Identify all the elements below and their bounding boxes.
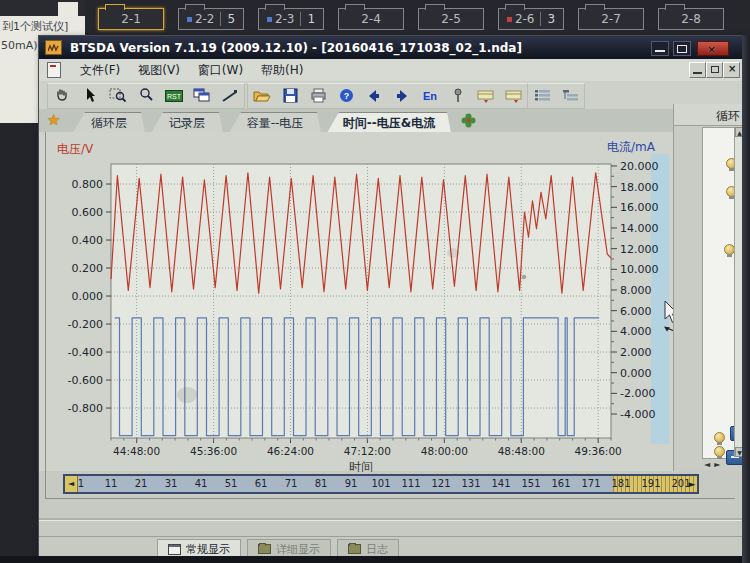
toolbar-tree-view-button[interactable] bbox=[556, 85, 584, 109]
screen-bezel-bottom bbox=[0, 556, 750, 563]
ruler-number: 151 bbox=[521, 478, 540, 489]
axis-highlight-band bbox=[651, 154, 669, 444]
tree-view-icon bbox=[562, 88, 579, 107]
svg-text:RST: RST bbox=[167, 93, 182, 100]
flower-icon[interactable] bbox=[461, 113, 476, 132]
background-text-2: 50mA)[V bbox=[0, 35, 38, 52]
y-right-tick-label: 14.000 bbox=[620, 222, 659, 235]
channel-tab-2-7[interactable]: 2-7 bbox=[578, 8, 644, 30]
toolbar-jump-back-button[interactable] bbox=[360, 85, 388, 109]
toolbar-save-file-button[interactable] bbox=[276, 85, 304, 109]
open-file-icon bbox=[253, 88, 271, 107]
ruler-number: 41 bbox=[195, 478, 208, 489]
title-bar[interactable]: BTSDA Version 7.1.19 (2009.12.10) - [201… bbox=[39, 36, 743, 59]
bulb-icon bbox=[714, 432, 725, 443]
channel-tab-2-3[interactable]: 2-31 bbox=[258, 8, 324, 30]
toolbar-data-next-button[interactable] bbox=[500, 85, 528, 109]
channel-tab-2-8[interactable]: 2-8 bbox=[658, 8, 724, 30]
toolbar-draw-line-button[interactable] bbox=[216, 85, 244, 109]
cycle-tree-panel: 循环 ▲ ▼ ◄► bbox=[673, 104, 744, 471]
maximize-button[interactable] bbox=[673, 41, 691, 56]
ruler-number: 101 bbox=[371, 478, 390, 489]
y-left-tick-label: -0.200 bbox=[68, 318, 103, 331]
channel-tab-2-6[interactable]: 2-63 bbox=[498, 8, 564, 30]
toolbar-data-prev-button[interactable] bbox=[472, 85, 500, 109]
svg-text:En: En bbox=[423, 90, 437, 102]
view-tab-2[interactable]: 记录层 bbox=[151, 112, 223, 133]
panel-hscroll-arrows[interactable]: ◄► bbox=[704, 460, 724, 469]
ruler-number: 31 bbox=[165, 478, 178, 489]
view-tab-4[interactable]: 时间--电压&电流 bbox=[327, 112, 451, 133]
record-ruler[interactable]: ◄ 11121314151617181911011111211311411511… bbox=[63, 474, 699, 494]
cascade-windows-icon bbox=[193, 88, 211, 107]
menu-V[interactable]: 视图(V) bbox=[129, 61, 189, 79]
status-tab-label: 详细显示 bbox=[276, 542, 320, 557]
background-notch bbox=[58, 2, 78, 16]
channel-tab-label: 2-3 bbox=[275, 12, 295, 26]
channel-tab-2-2[interactable]: 2-25 bbox=[178, 8, 244, 30]
toolbar-zoom-button[interactable] bbox=[132, 85, 160, 109]
reset-rst-icon: RST bbox=[165, 88, 183, 107]
view-tab-label: 记录层 bbox=[169, 115, 205, 132]
y-right-tick-label: 6.000 bbox=[620, 305, 652, 318]
channel-tab-2-4[interactable]: 2-4 bbox=[338, 8, 404, 30]
minimize-button[interactable] bbox=[651, 41, 669, 56]
bulb-icon bbox=[714, 446, 725, 457]
y-right-tick-label: 8.000 bbox=[620, 284, 652, 297]
save-file-icon bbox=[283, 88, 298, 107]
toolbar-cascade-windows-button[interactable] bbox=[188, 85, 216, 109]
child-restore-button[interactable] bbox=[706, 62, 723, 78]
menu-W[interactable]: 窗口(W) bbox=[189, 61, 252, 79]
toolbar-group: ?En bbox=[247, 83, 529, 109]
favorite-star-icon[interactable]: ★ bbox=[47, 111, 60, 129]
frame-line bbox=[45, 498, 735, 499]
channel-tab-2-5[interactable]: 2-5 bbox=[418, 8, 484, 30]
child-close-button[interactable]: × bbox=[723, 62, 740, 78]
y-right-tick-label: 10.000 bbox=[620, 263, 659, 276]
toolbar-language-en-button[interactable]: En bbox=[416, 85, 444, 109]
view-tab-1[interactable]: 循环层 bbox=[73, 112, 145, 133]
view-tab-bar: ★ 循环层记录层容量--电压时间--电压&电流 bbox=[39, 109, 743, 133]
y-left-tick-label: -0.800 bbox=[68, 402, 103, 415]
toolbar-jump-forward-button[interactable] bbox=[388, 85, 416, 109]
y-right-tick-label: 18.000 bbox=[620, 181, 659, 194]
x-tick-label: 48:00:00 bbox=[421, 445, 468, 457]
ruler-right-arrow-icon[interactable]: ► bbox=[685, 476, 699, 492]
toolbar-list-view-button[interactable] bbox=[528, 85, 556, 109]
print-icon bbox=[310, 88, 327, 107]
toolbar-print-button[interactable] bbox=[304, 85, 332, 109]
splitter[interactable] bbox=[39, 518, 743, 521]
ruler-number: 111 bbox=[401, 478, 420, 489]
menu-H[interactable]: 帮助(H) bbox=[252, 61, 312, 79]
channel-tab-badge: 3 bbox=[540, 12, 555, 26]
toolbar-pan-hand-button[interactable] bbox=[48, 85, 76, 109]
ruler-number: 71 bbox=[285, 478, 298, 489]
channel-tab-bar: 2-12-252-312-42-52-632-72-8 bbox=[85, 0, 750, 35]
ruler-number: 11 bbox=[105, 478, 118, 489]
toolbar: RST?En bbox=[39, 81, 743, 110]
smudge bbox=[177, 387, 197, 403]
zoom-icon bbox=[138, 87, 154, 107]
child-minimize-button[interactable] bbox=[689, 62, 706, 78]
y-left-tick-label: 0.600 bbox=[72, 206, 104, 219]
window-icon bbox=[168, 544, 181, 555]
toolbar-help-button[interactable]: ? bbox=[332, 85, 360, 109]
jump-back-icon bbox=[366, 88, 382, 107]
ruler-left-arrow-icon[interactable]: ◄ bbox=[65, 476, 78, 492]
screen: 到1个测试仪] 50mA)[V 2-12-252-312-42-52-632-7… bbox=[0, 0, 750, 563]
channel-tab-label: 2-4 bbox=[361, 12, 381, 26]
toolbar-open-file-button[interactable] bbox=[248, 85, 276, 109]
toolbar-select-arrow-button[interactable] bbox=[76, 85, 104, 109]
document-icon[interactable] bbox=[47, 62, 61, 78]
toolbar-zoom-window-button[interactable] bbox=[104, 85, 132, 109]
y-left-tick-label: 0.800 bbox=[72, 178, 104, 191]
x-tick-label: 44:48:00 bbox=[113, 445, 160, 457]
toolbar-pin-marker-button[interactable] bbox=[444, 85, 472, 109]
close-button[interactable]: × bbox=[697, 41, 729, 56]
menu-F[interactable]: 文件(F) bbox=[71, 61, 129, 79]
status-tab-label: 日志 bbox=[366, 542, 388, 557]
toolbar-reset-rst-button[interactable]: RST bbox=[160, 85, 188, 109]
channel-status-dot bbox=[267, 17, 272, 22]
view-tab-3[interactable]: 容量--电压 bbox=[229, 112, 321, 133]
channel-tab-2-1[interactable]: 2-1 bbox=[98, 8, 164, 30]
